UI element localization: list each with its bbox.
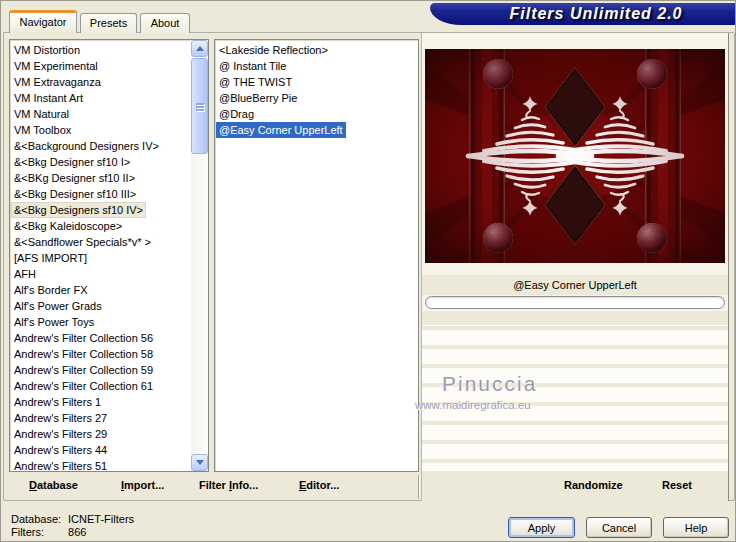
category-list-item-label: VM Instant Art <box>11 90 86 106</box>
category-list-item[interactable]: Andrew's Filter Collection 61 <box>11 378 190 394</box>
selected-filter-caption-row: @Easy Corner UpperLeft <box>422 275 728 295</box>
tab-presets[interactable]: Presets <box>80 13 137 33</box>
status-filters: Filters: 866 <box>11 526 86 538</box>
editor-button-label: ditor... <box>306 479 339 491</box>
randomize-button-label: Randomize <box>564 479 623 491</box>
scrollbar-thumb[interactable] <box>191 58 208 154</box>
category-list-item[interactable]: Alf's Power Toys <box>11 314 190 330</box>
database-button[interactable]: Database <box>29 479 78 491</box>
category-list-item-label: VM Distortion <box>11 42 83 58</box>
category-list-item[interactable]: Andrew's Filters 27 <box>11 410 190 426</box>
status-filters-label: Filters: <box>11 526 65 538</box>
apply-button[interactable]: Apply <box>508 517 575 538</box>
category-list-item[interactable]: &<Bkg Designer sf10 III> <box>11 186 190 202</box>
category-list-item-label: Andrew's Filter Collection 59 <box>11 362 156 378</box>
category-list-item-label: [AFS IMPORT] <box>11 250 90 266</box>
filter-info-button[interactable]: Filter Info... <box>199 479 258 491</box>
category-list-item[interactable]: VM Instant Art <box>11 90 190 106</box>
filter-list-item[interactable]: <Lakeside Reflection> <box>216 42 416 58</box>
tab-about-label: About <box>151 17 180 29</box>
category-list-item-label: Andrew's Filters 29 <box>11 426 110 442</box>
category-list-item-label: Andrew's Filters 1 <box>11 394 104 410</box>
category-list-item[interactable]: VM Toolbox <box>11 122 190 138</box>
filter-list-item[interactable]: @ THE TWIST <box>216 74 416 90</box>
filter-list-item[interactable]: @BlueBerry Pie <box>216 90 416 106</box>
category-list-item[interactable]: VM Experimental <box>11 58 190 74</box>
toolbar-divider <box>418 475 420 499</box>
category-list-item-label: Alf's Border FX <box>11 282 91 298</box>
editor-button[interactable]: Editor... <box>299 479 339 491</box>
filter-list-item-label: <Lakeside Reflection> <box>216 42 331 58</box>
watermark-site: www.maidiregrafica.eu <box>415 399 531 411</box>
category-list-item-label: VM Experimental <box>11 58 101 74</box>
watermark-name: Pinuccia <box>442 372 537 396</box>
category-list-item[interactable]: &<Sandflower Specials*v* > <box>11 234 190 250</box>
category-list-item[interactable]: [AFS IMPORT] <box>11 250 190 266</box>
category-list-item-label: &<BKg Designer sf10 II> <box>11 170 138 186</box>
category-list-item-label: &<Bkg Designer sf10 III> <box>11 186 139 202</box>
filters-unlimited-dialog: Filters Unlimited 2.0 Navigator Presets … <box>0 0 736 542</box>
tab-about[interactable]: About <box>140 13 190 33</box>
parameter-slider[interactable] <box>425 296 725 309</box>
scroll-down-button[interactable] <box>191 454 208 471</box>
filter-list-item-label: @Easy Corner UpperLeft <box>216 122 346 138</box>
category-list-item-label: &<Bkg Designer sf10 I> <box>11 154 133 170</box>
category-list-item[interactable]: Andrew's Filters 51 <box>11 458 190 472</box>
category-list-item-label: &<Bkg Kaleidoscope> <box>11 218 125 234</box>
app-title: Filters Unlimited 2.0 <box>483 5 682 23</box>
filter-list-item[interactable]: @ Instant Tile <box>216 58 416 74</box>
reset-button[interactable]: Reset <box>662 479 692 491</box>
randomize-button[interactable]: Randomize <box>564 479 623 491</box>
category-list-item-label: VM Toolbox <box>11 122 74 138</box>
filter-list-item-label: @BlueBerry Pie <box>216 90 300 106</box>
category-list-item[interactable]: VM Natural <box>11 106 190 122</box>
database-button-key: D <box>29 479 37 491</box>
category-list-item-label: &<Sandflower Specials*v* > <box>11 234 154 250</box>
filter-info-button-label: nfo... <box>232 479 258 491</box>
category-list-item[interactable]: &<Background Designers IV> <box>11 138 190 154</box>
category-list-item[interactable]: &<Bkg Designer sf10 I> <box>11 154 190 170</box>
category-list-item[interactable]: Andrew's Filter Collection 59 <box>11 362 190 378</box>
scroll-up-button[interactable] <box>191 40 208 57</box>
help-button[interactable]: Help <box>663 517 729 538</box>
category-list-item-label: &<Bkg Designers sf10 IV> <box>11 202 146 218</box>
category-list-item-label: VM Extravaganza <box>11 74 104 90</box>
category-list-item-label: AFH <box>11 266 39 282</box>
cancel-button[interactable]: Cancel <box>586 517 652 538</box>
status-database-label: Database: <box>11 513 65 525</box>
category-list-item[interactable]: Andrew's Filters 29 <box>11 426 190 442</box>
preview-panel: @Easy Corner UpperLeft <box>421 33 729 501</box>
category-list-item[interactable]: &<BKg Designer sf10 II> <box>11 170 190 186</box>
category-list-item[interactable]: Andrew's Filter Collection 56 <box>11 330 190 346</box>
category-list-item[interactable]: AFH <box>11 266 190 282</box>
filter-list-item-label: @Drag <box>216 106 257 122</box>
selected-filter-caption: @Easy Corner UpperLeft <box>513 279 637 291</box>
category-list-item-label: VM Natural <box>11 106 72 122</box>
database-button-label: atabase <box>37 479 78 491</box>
category-list[interactable]: VM Distortion VM Experimental VM Extrava… <box>9 39 209 472</box>
filter-list-item-label: @ THE TWIST <box>216 74 295 90</box>
category-list-item-label: Andrew's Filters 27 <box>11 410 110 426</box>
scroll-up-icon <box>196 46 204 51</box>
tab-navigator-label: Navigator <box>19 16 66 28</box>
category-list-item[interactable]: Alf's Power Grads <box>11 298 190 314</box>
category-list-item[interactable]: Andrew's Filter Collection 58 <box>11 346 190 362</box>
category-list-item-label: Andrew's Filters 44 <box>11 442 110 458</box>
filter-list-item-label: @ Instant Tile <box>216 58 289 74</box>
status-database-value: ICNET-Filters <box>68 513 134 525</box>
category-list-item[interactable]: &<Bkg Designers sf10 IV> <box>11 202 190 218</box>
category-list-item[interactable]: VM Distortion <box>11 42 190 58</box>
title-banner: Filters Unlimited 2.0 <box>430 3 736 25</box>
category-list-item[interactable]: &<Bkg Kaleidoscope> <box>11 218 190 234</box>
filter-list-item[interactable]: @Drag <box>216 106 416 122</box>
category-list-item[interactable]: Andrew's Filters 44 <box>11 442 190 458</box>
category-list-item[interactable]: Alf's Border FX <box>11 282 190 298</box>
filter-list-item[interactable]: @Easy Corner UpperLeft <box>216 122 416 138</box>
category-list-item[interactable]: VM Extravaganza <box>11 74 190 90</box>
filter-list[interactable]: <Lakeside Reflection> @ Instant Tile @ T… <box>214 39 419 472</box>
scroll-down-icon <box>196 460 204 465</box>
category-list-item[interactable]: Andrew's Filters 1 <box>11 394 190 410</box>
tab-navigator[interactable]: Navigator <box>9 10 77 33</box>
import-button[interactable]: Import... <box>121 479 164 491</box>
category-list-scrollbar[interactable] <box>191 40 208 471</box>
